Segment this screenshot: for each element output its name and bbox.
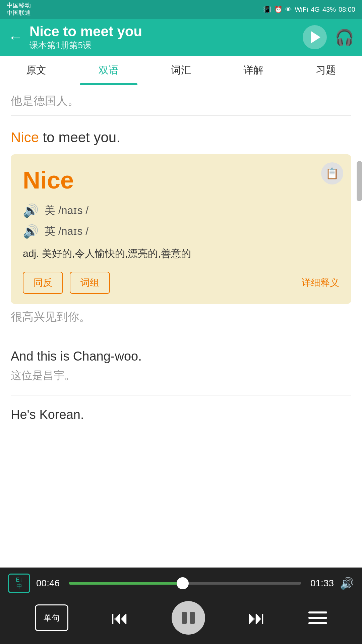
pause-bar-right	[190, 612, 195, 624]
notebook-button[interactable]: 📋	[321, 162, 343, 184]
progress-fill	[69, 582, 183, 585]
tab-cihui[interactable]: 词汇	[145, 56, 217, 85]
notebook-icon: 📋	[325, 167, 339, 180]
main-content: 他是德国人。 Nice to meet you. Nice 📋 🔊 美 /naɪ…	[0, 85, 362, 439]
player-controls: 单句 ⏮ ⏭	[0, 596, 362, 644]
tabs-bar: 原文 双语 词汇 详解 习题	[0, 56, 362, 85]
single-sentence-button[interactable]: 单句	[35, 604, 68, 631]
progress-bar[interactable]	[69, 582, 301, 585]
antonym-button[interactable]: 同反	[23, 272, 63, 294]
prev-button[interactable]: ⏮	[111, 608, 129, 628]
alarm-icon: ⏰	[274, 5, 283, 13]
divider-1	[11, 337, 351, 337]
divider-2	[11, 395, 351, 395]
pronunciation-uk-row: 🔊 英 /naɪs /	[23, 224, 339, 239]
popup-word: Nice	[23, 166, 339, 194]
word-popup-card: Nice 📋 🔊 美 /naɪs / 🔊 英 /naɪs / adj. 美好的,…	[11, 154, 351, 304]
header-subtitle: 课本第1册第5课	[29, 40, 296, 51]
player-current-time: 00:46	[36, 578, 63, 589]
highlighted-word-nice[interactable]: Nice	[11, 129, 39, 145]
tab-shuangyu[interactable]: 双语	[72, 56, 145, 85]
tab-yuanwen[interactable]: 原文	[0, 56, 72, 85]
volume-icon[interactable]: 🔊	[340, 577, 354, 590]
sentence-2-block: And this is Chang-woo. 这位是昌宇。	[11, 349, 351, 395]
status-bar: 中国移动 中国联通 📳 ⏰ 👁 WiFi 4G 43% 08:00	[0, 0, 362, 19]
menu-line-1	[308, 611, 327, 613]
sentence-1-translation: 很高兴见到你。	[11, 304, 351, 337]
carrier-info: 中国移动 中国联通	[7, 2, 31, 16]
phrase-button[interactable]: 词组	[70, 272, 110, 294]
pronunciation-us-row: 🔊 美 /naɪs /	[23, 203, 339, 218]
eye-icon: 👁	[285, 6, 292, 13]
header: ← Nice to meet you 课本第1册第5课 🎧	[0, 19, 362, 56]
prev-icon: ⏮	[111, 608, 129, 628]
menu-line-2	[308, 617, 327, 619]
pause-bar-left	[182, 612, 187, 624]
pause-button[interactable]	[172, 601, 205, 635]
sentence-2-english: And this is Chang-woo.	[11, 349, 351, 364]
player-progress-row: E↓ 中 00:46 01:33 🔊	[0, 568, 362, 596]
single-sentence-label: 单句	[44, 612, 60, 623]
carrier2: 中国联通	[7, 9, 31, 17]
status-icons: 📳 ⏰ 👁 WiFi 4G 43% 08:00	[263, 5, 355, 13]
pronunciation-us-label: 美 /naɪs /	[45, 203, 88, 218]
battery-text: 43%	[322, 6, 336, 13]
header-title: Nice to meet you	[29, 23, 296, 40]
signal-icon: 4G	[311, 6, 320, 13]
wifi-icon: WiFi	[295, 6, 308, 13]
headphone-icon[interactable]: 🎧	[335, 28, 354, 46]
pronunciation-uk-label: 英 /naɪs /	[45, 224, 88, 239]
sim-icon: 📳	[263, 5, 272, 13]
sentence-1-rest: to meet you.	[39, 129, 120, 145]
sentence-3-english: He's Korean.	[11, 408, 351, 422]
tab-xiangjie[interactable]: 详解	[217, 56, 290, 85]
scrollbar[interactable]	[357, 161, 362, 201]
carrier1: 中国移动	[7, 2, 31, 9]
sentence-1-english: Nice to meet you.	[11, 128, 351, 148]
player-bar: E↓ 中 00:46 01:33 🔊 单句 ⏮ ⏭	[0, 568, 362, 644]
detail-link[interactable]: 详细释义	[302, 276, 339, 289]
sentence-3-block: He's Korean.	[11, 408, 351, 439]
player-total-time: 01:33	[307, 578, 334, 589]
menu-line-3	[308, 622, 327, 624]
card-buttons: 同反 词组 详细释义	[23, 272, 339, 294]
tab-xiti[interactable]: 习题	[290, 56, 362, 85]
back-button[interactable]: ←	[8, 30, 23, 45]
sentence-1-block: Nice to meet you.	[11, 116, 351, 154]
time-display: 08:00	[339, 6, 355, 13]
next-icon: ⏭	[248, 608, 265, 628]
next-button[interactable]: ⏭	[248, 608, 265, 628]
definition-text: adj. 美好的,令人愉快的,漂亮的,善意的	[23, 246, 339, 262]
menu-button[interactable]	[308, 611, 327, 624]
speaker-us-icon[interactable]: 🔊	[23, 203, 39, 218]
play-button[interactable]	[303, 25, 327, 49]
speaker-uk-icon[interactable]: 🔊	[23, 224, 39, 239]
header-icons: 🎧	[303, 25, 354, 49]
partial-previous-line: 他是德国人。	[11, 85, 351, 116]
lang-toggle-button[interactable]: E↓ 中	[8, 574, 30, 593]
header-title-block: Nice to meet you 课本第1册第5课	[29, 23, 296, 51]
sentence-2-chinese: 这位是昌宇。	[11, 368, 351, 383]
progress-thumb[interactable]	[177, 577, 189, 589]
